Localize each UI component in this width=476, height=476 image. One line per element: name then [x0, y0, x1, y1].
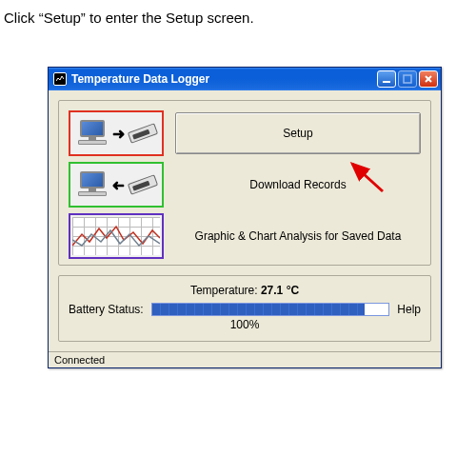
app-window: Temperature Data Logger ➜	[48, 67, 442, 368]
minimize-button[interactable]	[377, 70, 396, 88]
temperature-label: Temperature:	[190, 284, 258, 297]
logger-icon	[127, 174, 157, 195]
window-title: Temperature Data Logger	[71, 72, 377, 86]
battery-label: Battery Status:	[69, 303, 144, 316]
titlebar: Temperature Data Logger	[49, 68, 441, 90]
chart-icon	[72, 217, 160, 255]
arrow-right-icon: ➜	[112, 125, 125, 143]
status-panel: Temperature: 27.1 °C Battery Status: Hel…	[58, 275, 431, 342]
app-icon	[53, 72, 67, 86]
help-button[interactable]: Help	[397, 303, 421, 316]
status-text: Connected	[54, 354, 105, 366]
temperature-value: 27.1 °C	[261, 284, 299, 297]
analysis-button[interactable]: Graphic & Chart Analysis for Saved Data	[175, 215, 421, 257]
analysis-thumb	[69, 213, 164, 259]
download-thumb: ➜	[69, 162, 164, 208]
setup-thumb: ➜	[69, 110, 164, 156]
maximize-button[interactable]	[398, 70, 417, 88]
main-panel: ➜ Setup ➜ Download Records	[58, 100, 431, 266]
instruction-text: Click “Setup” to enter the Setup screen.	[0, 0, 476, 26]
svg-rect-0	[383, 81, 390, 83]
setup-button[interactable]: Setup	[175, 112, 421, 154]
battery-percent: 100%	[69, 318, 421, 331]
computer-icon	[76, 120, 109, 147]
statusbar: Connected	[49, 351, 441, 367]
download-button[interactable]: Download Records	[175, 164, 421, 206]
svg-rect-1	[404, 75, 411, 83]
battery-progress	[151, 303, 390, 316]
close-button[interactable]	[419, 70, 438, 88]
arrow-left-icon: ➜	[112, 176, 125, 194]
logger-icon	[127, 123, 157, 144]
computer-icon	[76, 171, 109, 198]
